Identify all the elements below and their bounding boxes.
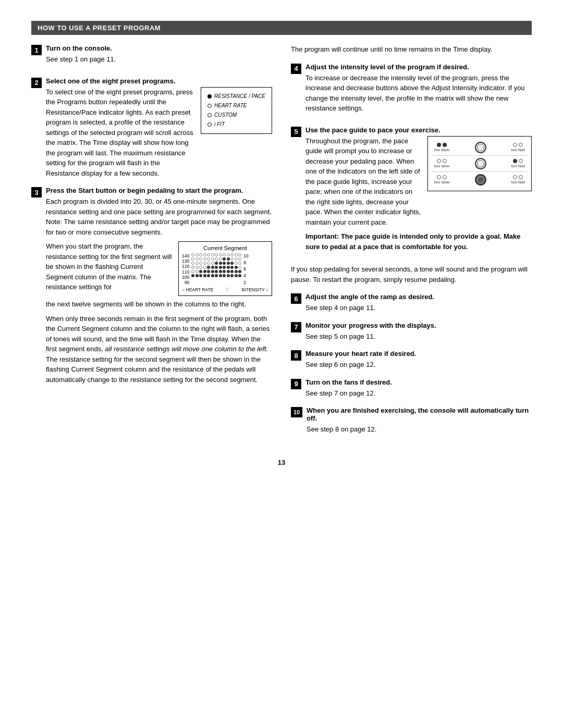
matrix-header: Current Segment (182, 245, 268, 251)
dot (238, 262, 241, 265)
step-3-number: 3 (31, 187, 42, 198)
step-4-content: Adjust the intensity level of the progra… (305, 63, 532, 118)
program-label-custom: CUSTOM (214, 110, 237, 120)
dot (211, 262, 214, 265)
step-9-title: Turn on the fans if desired. (305, 378, 532, 386)
label-8: 8 (243, 260, 248, 265)
step-8: 8 Measure your heart rate if desired. Se… (291, 350, 532, 374)
dot (219, 270, 222, 273)
step-9-body: See step 7 on page 12. (305, 388, 532, 399)
program-item-heartrate: HEART RATE (207, 101, 265, 110)
matrix-inner: 140 130 120 110 100 90 (182, 253, 268, 285)
pace-left-1: too slow (434, 143, 449, 152)
step-4-body: To increase or decrease the intensity le… (305, 73, 532, 114)
step-2-title: Select one of the eight preset programs. (46, 77, 272, 85)
program-indicator-box: RESISTANCE / PACE HEART RATE CUSTOM (201, 87, 272, 134)
step-5-inline: Throughout the program, the pace guide w… (305, 136, 532, 228)
dot (199, 270, 202, 273)
dot (219, 262, 222, 265)
dot (227, 262, 230, 265)
dot (195, 274, 199, 277)
step-5-number: 5 (291, 127, 301, 137)
pace-left-indicators-1 (437, 143, 447, 147)
step-9: 9 Turn on the fans if desired. See step … (291, 378, 532, 403)
dot (227, 257, 230, 261)
dot (235, 253, 238, 256)
dot (215, 253, 218, 256)
pace-inner-ring-1 (477, 144, 484, 151)
step-3-body3: When only three seconds remain in the fi… (46, 314, 272, 385)
dot (215, 262, 218, 265)
step-5-important-bold: Important: The pace guide is intended on… (305, 232, 520, 251)
step-7-content: Monitor your progress with the displays.… (305, 322, 532, 346)
dot (191, 274, 194, 277)
pace-dot-empty-7 (443, 175, 447, 179)
step-1: 1 Turn on the console. See step 1 on pag… (31, 44, 272, 69)
pace-dot-empty-3 (437, 159, 441, 163)
dot (230, 266, 234, 269)
dot (207, 274, 210, 277)
dot (238, 253, 241, 256)
matrix-footer-right: INTENSITY ○ (241, 287, 268, 292)
dot (199, 257, 202, 261)
step-5-content: Use the pace guide to pace your exercise… (305, 126, 532, 256)
dot (238, 266, 241, 269)
step-6: 6 Adjust the angle of the ramp as desire… (291, 293, 532, 317)
dot-empty-heartrate (207, 104, 212, 108)
step-5-body1: Throughout the program, the pace guide w… (305, 137, 420, 206)
pace-label-fast-2: too fast (511, 164, 525, 168)
page: HOW TO USE A PRESET PROGRAM 1 Turn on th… (31, 21, 532, 466)
dot (227, 274, 230, 277)
right-column: The program will continue until no time … (291, 44, 532, 443)
step-5: 5 Use the pace guide to pace your exerci… (291, 126, 532, 256)
dot (199, 266, 202, 269)
pace-row-2: too slow (431, 156, 528, 172)
program-item-custom: CUSTOM (207, 110, 265, 120)
pace-inner-ring-2 (477, 160, 484, 167)
dot (211, 270, 214, 273)
dot-filled-resistance (207, 94, 212, 98)
step-3-text2-start: When you start the program, the resistan… (46, 241, 172, 292)
pace-dot-filled-3 (513, 159, 517, 163)
dot (211, 253, 214, 256)
pace-center-icon-1 (475, 142, 486, 153)
label-2: 2 (243, 280, 248, 285)
label-110: 110 (182, 269, 189, 275)
pace-center-2 (475, 158, 486, 169)
pace-left-indicators-2 (437, 159, 447, 163)
dot-empty-custom (207, 113, 212, 117)
main-content: 1 Turn on the console. See step 1 on pag… (31, 44, 532, 443)
pace-right-indicators-3 (513, 175, 523, 179)
step-2-body-inline: To select one of the eight preset progra… (46, 87, 272, 179)
pace-inner-ring-3 (477, 176, 484, 183)
dot (227, 253, 230, 256)
step-3-text2-end: the next twelve segments will be shown i… (46, 299, 272, 310)
dot (230, 262, 234, 265)
step-10-content: When you are finished exercising, the co… (307, 406, 532, 439)
pace-right-1: too fast (511, 143, 525, 152)
dot (215, 257, 218, 261)
matrix-row-5 (191, 270, 241, 273)
program-label-heartrate: HEART RATE (214, 101, 247, 110)
pace-dot-empty-6 (437, 175, 441, 179)
step-7-body: See step 5 on page 11. (305, 331, 532, 342)
dot (191, 270, 194, 273)
dot (235, 262, 238, 265)
step-6-body: See step 4 on page 11. (305, 303, 532, 313)
dot (223, 266, 226, 269)
dot (191, 262, 194, 265)
step-7: 7 Monitor your progress with the display… (291, 322, 532, 346)
dot (199, 274, 202, 277)
dot (203, 257, 206, 261)
step4-pre-text: The program will continue until no time … (291, 44, 532, 55)
dot (199, 253, 202, 256)
pace-dot-filled-2 (443, 143, 447, 147)
dot (203, 266, 206, 269)
step-2-content: Select one of the eight preset programs.… (46, 77, 272, 179)
pace-label-fast-1: too fast (511, 147, 525, 152)
dot (235, 274, 238, 277)
pace-label-slow-1: too slow (434, 147, 449, 152)
dot (211, 266, 214, 269)
pace-label-slow-3: too slow (434, 180, 449, 184)
step-8-title: Measure your heart rate if desired. (305, 350, 532, 357)
